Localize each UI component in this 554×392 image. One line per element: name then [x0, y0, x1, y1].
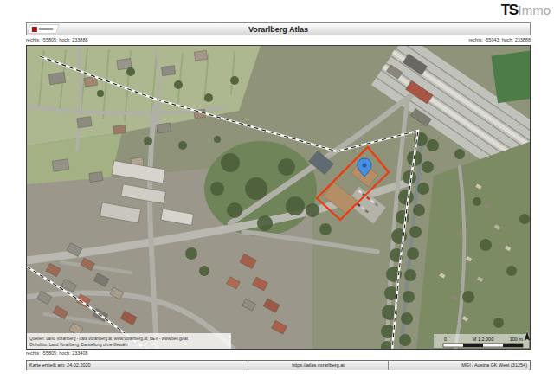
coordinates-top-row: rechts: -55805; hoch: 233888 rechts: -55… [26, 37, 531, 43]
atlas-print-page: TS Immo Vorarlberg Atlas rechts: -55805;… [0, 0, 554, 392]
footer-bar: Karte erstellt am: 24.02.2020 https://at… [26, 360, 531, 370]
attribution-line-1: Quellen: Land Vorarlberg - data.vorarlbe… [29, 337, 189, 341]
ts-immo-logo-bold: TS [501, 2, 518, 19]
coordinates-bottom-row: rechts: -55805; hoch: 233408 [26, 350, 531, 357]
coordinate-bottom-left: rechts: -55805; hoch: 233408 [26, 350, 88, 357]
coordinate-top-right: rechts: -55043; hoch: 233888 [468, 37, 531, 43]
vorarlberg-logo-icon [27, 24, 60, 34]
vorarlberg-logo-text [39, 27, 53, 31]
ts-immo-logo: TS Immo [501, 2, 551, 19]
ts-immo-logo-light: Immo [519, 3, 551, 17]
header-bar: Vorarlberg Atlas [26, 22, 531, 35]
footer-crs-label: MGI / Austria GK West (31254) [389, 361, 530, 370]
scalebar-zero-label: 0 [444, 337, 447, 342]
footer-created-date: Karte erstellt am: 24.02.2020 [27, 361, 248, 370]
coordinate-top-left: rechts: -55805; hoch: 233888 [26, 37, 88, 43]
page-title: Vorarlberg Atlas [27, 25, 530, 34]
vorarlberg-logo-mark [32, 27, 37, 32]
attribution-line-2: Orthofoto: Land Vorarlberg; Darstellung … [29, 343, 128, 347]
map-canvas[interactable]: Quellen: Land Vorarlberg - data.vorarlbe… [26, 45, 531, 350]
scalebar-scale-label: M 1:2.000 [473, 337, 493, 342]
scalebar: 0 M 1:2.000 100 m [434, 334, 529, 348]
attribution-overlay: Quellen: Land Vorarlberg - data.vorarlbe… [27, 333, 231, 350]
scalebar-distance-label: 100 m [510, 337, 524, 342]
footer-atlas-url: https://atlas.vorarlberg.at [248, 361, 390, 370]
aerial-map: Quellen: Land Vorarlberg - data.vorarlbe… [27, 46, 531, 350]
